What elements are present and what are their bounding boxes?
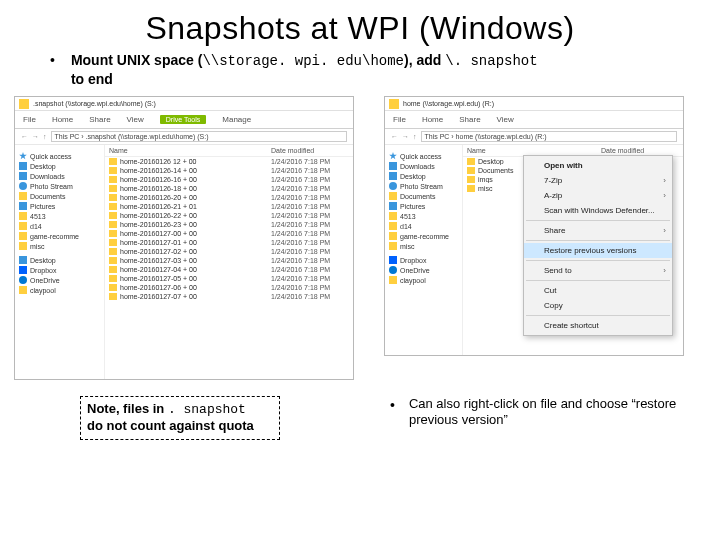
nav-item[interactable]: Dropbox (387, 255, 460, 265)
list-item[interactable]: home-20160127-05 + 001/24/2016 7:18 PM (105, 274, 353, 283)
nav-label: Photo Stream (30, 183, 73, 190)
bullet-path: \\storage. wpi. edu\home (202, 53, 404, 69)
nav-item[interactable]: Pictures (387, 201, 460, 211)
nav-label: OneDrive (400, 267, 430, 274)
nav-item[interactable]: 4513 (387, 211, 460, 221)
nav-item[interactable]: misc (387, 241, 460, 251)
tab-file[interactable]: File (393, 115, 406, 124)
window-title: home (\\storage.wpi.edu) (R:) (403, 100, 494, 107)
tab-home[interactable]: Home (52, 115, 73, 124)
nav-item[interactable]: Desktop (17, 255, 102, 265)
nav-item[interactable]: Dropbox (17, 265, 102, 275)
back-icon[interactable]: ← (21, 133, 28, 140)
fwd-icon[interactable]: → (32, 133, 39, 140)
fwd-icon[interactable]: → (402, 133, 409, 140)
up-icon[interactable]: ↑ (413, 133, 417, 140)
breadcrumb[interactable]: ← → ↑ This PC › .snapshot (\\storage.wpi… (15, 129, 353, 145)
list-item[interactable]: home-20160126-20 + 001/24/2016 7:18 PM (105, 193, 353, 202)
breadcrumb[interactable]: ← → ↑ This PC › home (\\storage.wpi.edu)… (385, 129, 683, 145)
nav-item[interactable]: Photo Stream (17, 181, 102, 191)
list-item[interactable]: home-20160127-07 + 001/24/2016 7:18 PM (105, 292, 353, 301)
file-date: 1/24/2016 7:18 PM (271, 176, 349, 183)
menu-item[interactable]: Share› (524, 223, 672, 238)
list-item[interactable]: home-20160127-06 + 001/24/2016 7:18 PM (105, 283, 353, 292)
list-item[interactable]: home-20160127-03 + 001/24/2016 7:18 PM (105, 256, 353, 265)
nav-item[interactable]: game-recomme (17, 231, 102, 241)
file-name: home-20160127-06 + 00 (120, 284, 268, 291)
tab-share[interactable]: Share (459, 115, 480, 124)
nav-item[interactable]: Downloads (387, 161, 460, 171)
cloud-icon (19, 182, 27, 190)
nav-label: misc (30, 243, 44, 250)
list-item[interactable]: home-20160127-04 + 001/24/2016 7:18 PM (105, 265, 353, 274)
list-item[interactable]: home-20160126-18 + 001/24/2016 7:18 PM (105, 184, 353, 193)
tab-drive-tools[interactable]: Drive Tools (160, 115, 207, 124)
tab-share[interactable]: Share (89, 115, 110, 124)
nav-item[interactable]: misc (17, 241, 102, 251)
tab-home[interactable]: Home (422, 115, 443, 124)
list-item[interactable]: home-20160127-00 + 001/24/2016 7:18 PM (105, 229, 353, 238)
bullet-add: \. snapshot (445, 53, 537, 69)
list-item[interactable]: home-20160126 12 + 001/24/2016 7:18 PM (105, 157, 353, 166)
col-name[interactable]: Name (109, 147, 271, 154)
folder-icon (19, 242, 27, 250)
chevron-right-icon: › (663, 176, 666, 185)
col-name[interactable]: Name (467, 147, 601, 154)
list-item[interactable]: home-20160126-14 + 001/24/2016 7:18 PM (105, 166, 353, 175)
menu-item[interactable]: Cut (524, 283, 672, 298)
nav-label: Dropbox (400, 257, 426, 264)
nav-label: Downloads (30, 173, 65, 180)
window-titlebar[interactable]: .snapshot (\\storage.wpi.edu\home) (S:) (15, 97, 353, 111)
nav-item[interactable]: d14 (17, 221, 102, 231)
tab-view[interactable]: View (497, 115, 514, 124)
path-box[interactable]: This PC › .snapshot (\\storage.wpi.edu\h… (51, 131, 348, 142)
nav-item[interactable]: Desktop (387, 171, 460, 181)
list-item[interactable]: home-20160126-21 + 011/24/2016 7:18 PM (105, 202, 353, 211)
file-name: home-20160127-03 + 00 (120, 257, 268, 264)
ribbon: File Home Share View (385, 111, 683, 129)
menu-item[interactable]: Send to› (524, 263, 672, 278)
nav-item[interactable]: d14 (387, 221, 460, 231)
nav-item[interactable]: Downloads (17, 171, 102, 181)
nav-label: Pictures (30, 203, 55, 210)
menu-item[interactable]: Open with (524, 158, 672, 173)
list-item[interactable]: home-20160126-23 + 001/24/2016 7:18 PM (105, 220, 353, 229)
menu-item[interactable]: A-zip› (524, 188, 672, 203)
menu-item[interactable]: Scan with Windows Defender... (524, 203, 672, 218)
nav-item[interactable]: OneDrive (17, 275, 102, 285)
nav-item[interactable]: claypool (387, 275, 460, 285)
nav-item[interactable]: game-recomme (387, 231, 460, 241)
window-titlebar[interactable]: home (\\storage.wpi.edu) (R:) (385, 97, 683, 111)
menu-item[interactable]: Create shortcut (524, 318, 672, 333)
path-box[interactable]: This PC › home (\\storage.wpi.edu) (R:) (421, 131, 678, 142)
list-item[interactable]: home-20160127-02 + 001/24/2016 7:18 PM (105, 247, 353, 256)
tab-file[interactable]: File (23, 115, 36, 124)
file-name: home-20160127-05 + 00 (120, 275, 268, 282)
col-date[interactable]: Date modified (601, 147, 679, 154)
tab-manage[interactable]: Manage (222, 115, 251, 124)
menu-item[interactable]: Copy (524, 298, 672, 313)
nav-item[interactable]: 4513 (17, 211, 102, 221)
nav-item[interactable]: Pictures (17, 201, 102, 211)
nav-label: Photo Stream (400, 183, 443, 190)
list-item[interactable]: home-20160126-22 + 001/24/2016 7:18 PM (105, 211, 353, 220)
tab-view[interactable]: View (127, 115, 144, 124)
nav-item[interactable]: Quick access (387, 151, 460, 161)
col-date[interactable]: Date modified (271, 147, 349, 154)
nav-item[interactable]: Quick access (17, 151, 102, 161)
nav-item[interactable]: Photo Stream (387, 181, 460, 191)
nav-item[interactable]: OneDrive (387, 265, 460, 275)
menu-item[interactable]: Restore previous versions (524, 243, 672, 258)
menu-item[interactable]: 7-Zip› (524, 173, 672, 188)
up-icon[interactable]: ↑ (43, 133, 47, 140)
column-headers[interactable]: Name Date modified (105, 145, 353, 157)
nav-item[interactable]: Desktop (17, 161, 102, 171)
list-item[interactable]: home-20160126-16 + 001/24/2016 7:18 PM (105, 175, 353, 184)
list-item[interactable]: home-20160127-01 + 001/24/2016 7:18 PM (105, 238, 353, 247)
window-title: .snapshot (\\storage.wpi.edu\home) (S:) (33, 100, 156, 107)
nav-item[interactable]: Documents (387, 191, 460, 201)
nav-item[interactable]: claypool (17, 285, 102, 295)
file-name: home-20160126-18 + 00 (120, 185, 268, 192)
back-icon[interactable]: ← (391, 133, 398, 140)
nav-item[interactable]: Documents (17, 191, 102, 201)
